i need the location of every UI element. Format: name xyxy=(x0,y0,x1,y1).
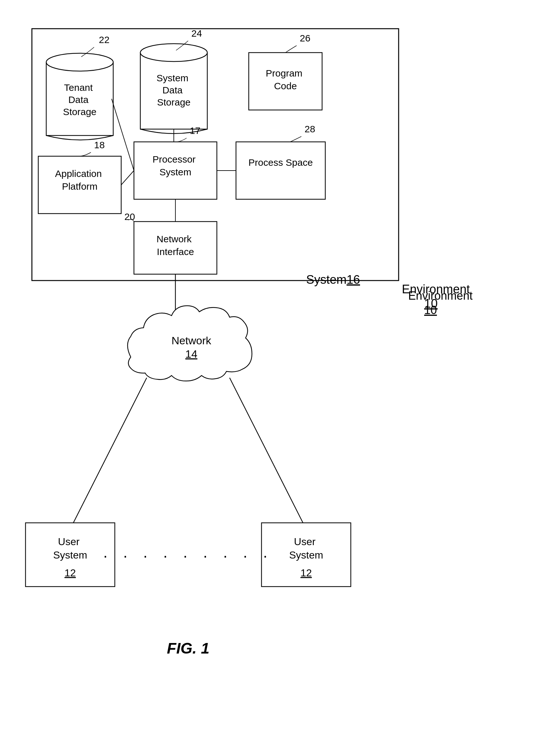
fig-label: FIG. 1 xyxy=(167,640,209,657)
ref-20: 20 xyxy=(124,211,135,222)
dots-separator: · · · · · · · · · xyxy=(103,547,273,564)
ref-22: 22 xyxy=(99,34,109,45)
environment-text: Environment xyxy=(408,289,473,302)
svg-line-11 xyxy=(230,378,303,523)
process-space-label: Process Space xyxy=(248,157,313,168)
ref-28: 28 xyxy=(305,124,315,134)
ref-26: 26 xyxy=(300,33,310,43)
ref-18: 18 xyxy=(94,140,105,150)
ref-17: 17 xyxy=(190,125,200,136)
svg-point-3 xyxy=(140,44,207,62)
network-label: Network xyxy=(172,335,212,347)
svg-line-10 xyxy=(73,378,147,523)
environment-num: 10 xyxy=(424,304,437,317)
ref-24: 24 xyxy=(191,28,202,39)
user-system-left-number: 12 xyxy=(64,567,76,579)
system-label: System16 xyxy=(306,273,360,286)
network-number: 14 xyxy=(185,348,197,360)
process-space-box xyxy=(236,142,325,199)
user-system-right-number: 12 xyxy=(300,567,312,579)
svg-point-1 xyxy=(46,53,113,71)
network-cloud: Network 14 xyxy=(128,306,252,381)
